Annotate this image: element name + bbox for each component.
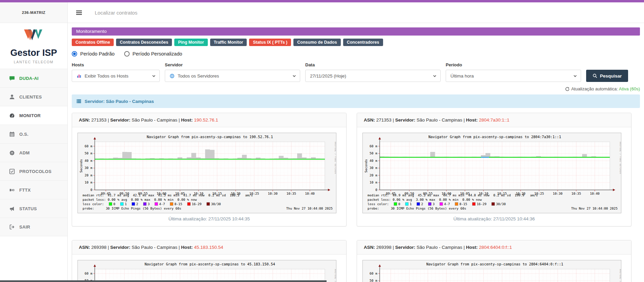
- data-label: Data: [305, 62, 441, 67]
- separator: |: [179, 117, 180, 123]
- user-icon: [9, 94, 15, 100]
- svg-text:8-15: 8-15: [175, 202, 182, 206]
- sidebar-item-adm[interactable]: ADM: [0, 143, 67, 162]
- svg-text:10:30: 10:30: [553, 192, 563, 195]
- svg-text:10:40: 10:40: [590, 192, 600, 195]
- top-navbar: [68, 2, 644, 23]
- sidebar-toggle-button[interactable]: [68, 2, 90, 23]
- monitor-button-ping-monitor[interactable]: Ping Monitor: [174, 39, 207, 46]
- gestor-isp-logo-icon: [21, 27, 46, 46]
- smokeping-graph: 60 m50 m40 m30 m20 m10 m009:4509:5009:55…: [77, 133, 336, 213]
- sidebar-item-clientes[interactable]: CLIENTES: [0, 87, 67, 106]
- monitor-card-header: ASN: 269398 | Servidor: São Paulo - Camp…: [72, 240, 346, 255]
- svg-text:60 m: 60 m: [370, 272, 377, 275]
- gear-icon: [9, 150, 15, 156]
- periodo-filter: Período Última hora: [446, 62, 581, 82]
- periodo-select[interactable]: Última hora: [446, 70, 581, 82]
- sidebar-item-sair[interactable]: SAIR: [0, 218, 67, 236]
- radio-per-odo-personalizado[interactable]: Período Personalizado: [124, 51, 182, 57]
- radio-per-odo-padr-o[interactable]: Período Padrão: [72, 51, 115, 57]
- svg-text:0: 0: [398, 202, 400, 206]
- sidebar-item-label: ADM: [19, 150, 30, 155]
- sidebar-menu: DUDA-AICLIENTESMONITORO.S.ADMPROTOCOLOSF…: [0, 69, 67, 236]
- separator: |: [464, 117, 465, 123]
- svg-text:Navigator Graph from pix-ascen: Navigator Graph from pix-ascenty-sp-camp…: [147, 135, 273, 139]
- svg-text:3: 3: [432, 202, 435, 206]
- svg-text:10:35: 10:35: [286, 192, 296, 195]
- sidebar-item-label: FTTX: [19, 188, 31, 193]
- sidebar-item-protocolos[interactable]: PROTOCOLOS: [0, 162, 67, 180]
- hosts-filter: Hosts Exibir Todos os Hosts: [72, 62, 160, 82]
- svg-text:50 m: 50 m: [370, 279, 377, 282]
- sidebar-item-o-s-[interactable]: O.S.: [0, 125, 67, 143]
- svg-text:16-29: 16-29: [477, 202, 487, 206]
- monitor-button-contratos-offline[interactable]: Contratos Offline: [72, 39, 114, 46]
- chevron-down-icon: [573, 74, 577, 78]
- hosts-select[interactable]: Exibir Todos os Hosts: [72, 70, 160, 82]
- monitor-button-contratos-desconex-es[interactable]: Contratos Desconexões: [116, 39, 172, 46]
- servidor-value: São Paulo - Campinas: [417, 117, 464, 123]
- filters-row: Hosts Exibir Todos os Hosts Servidor: [72, 62, 640, 82]
- sidebar-item-label: CLIENTES: [19, 94, 42, 100]
- asn-value: 269398: [91, 245, 108, 250]
- svg-text:packet loss: 0.06 % avg 3.00: packet loss: 0.06 % avg 3.00 % max 0.00 …: [368, 198, 482, 201]
- auto-refresh-value: Ativa (60s): [619, 86, 640, 91]
- main-content: Monitoramento Contratos OfflineContratos…: [68, 23, 644, 282]
- separator: |: [393, 117, 394, 123]
- svg-text:RRDTOOL / TOBI OETIKER: RRDTOOL / TOBI OETIKER: [619, 142, 621, 174]
- svg-text:30/30: 30/30: [496, 202, 506, 206]
- pesquisar-button[interactable]: Pesquisar: [586, 70, 628, 82]
- svg-text:10:30: 10:30: [268, 192, 278, 195]
- monitor-card: ASN: 271353 | Servidor: São Paulo - Camp…: [357, 113, 631, 226]
- sidebar: 236-MATRIZ Gestor ISP LANTEC TELECOM DUD…: [0, 2, 68, 282]
- sidebar-item-monitor[interactable]: MONITOR: [0, 106, 67, 125]
- brand-subtitle: LANTEC TELECOM: [0, 60, 67, 64]
- monitor-button-traffic-monitor[interactable]: Traffic Monitor: [210, 39, 247, 46]
- monitor-card: ASN: 271353 | Servidor: São Paulo - Camp…: [72, 113, 347, 226]
- servidor-label: Servidor:: [395, 245, 415, 250]
- asn-label: ASN:: [364, 117, 375, 123]
- sidebar-item-label: STATUS: [19, 206, 37, 211]
- svg-text:16-29: 16-29: [192, 202, 202, 206]
- sidebar-item-fttx[interactable]: FTTX: [0, 180, 67, 199]
- servidor-filter: Servidor Todos os Servidores: [165, 62, 300, 82]
- search-input[interactable]: [95, 2, 332, 23]
- svg-text:30/30: 30/30: [211, 202, 221, 206]
- bullhorn-icon: [9, 206, 15, 212]
- servidor-select[interactable]: Todos os Servidores: [165, 70, 300, 82]
- servidor-label: Servidor: [165, 62, 300, 67]
- svg-text:Navigator Graph from pix-ascen: Navigator Graph from pix-ascenty-sp-camp…: [428, 135, 561, 139]
- monitor-button-consumo-de-dados[interactable]: Consumo de Dados: [293, 39, 340, 46]
- sidebar-item-duda-ai[interactable]: DUDA-AI: [0, 69, 67, 87]
- host-value: 45.183.150.54: [194, 245, 223, 250]
- chevron-down-icon: [292, 74, 296, 78]
- monitor-card-body: 60 m50 m40 m30 m20 m10 m009:4509:5009:55…: [357, 127, 631, 226]
- sidebar-item-status[interactable]: STATUS: [0, 199, 67, 218]
- monitor-card: ASN: 269398 | Servidor: São Paulo - Camp…: [72, 240, 347, 282]
- sidebar-item-label: DUDA-AI: [19, 76, 39, 81]
- monitor-nav-buttons: Contratos OfflineContratos DesconexõesPi…: [72, 39, 640, 46]
- monitor-card-header: ASN: 271353 | Servidor: São Paulo - Camp…: [72, 113, 346, 127]
- monitor-card-body: 60 m50 m40 m30 m20 m10 m009:4509:5009:55…: [357, 255, 631, 282]
- svg-text:loss color:: loss color:: [83, 202, 104, 206]
- svg-text:3: 3: [148, 202, 150, 206]
- horizontal-scrollbar[interactable]: [0, 280, 327, 282]
- separator: |: [108, 117, 109, 123]
- svg-text:Navigator Graph from pix-ascen: Navigator Graph from pix-ascenty-sp-camp…: [145, 262, 275, 266]
- periodo-select-value: Última hora: [450, 73, 474, 79]
- svg-text:probe: 30 ICMP Echo Pings: probe: 30 ICMP Echo Pings (56 Bytes) eve…: [83, 207, 181, 210]
- svg-text:probe: 30 ICMP Echo Pings: probe: 30 ICMP Echo Pings (56 Bytes) eve…: [368, 207, 466, 210]
- svg-text:RRDTOOL / TOBI OETIKER: RRDTOOL / TOBI OETIKER: [334, 269, 336, 282]
- svg-text:1: 1: [410, 202, 412, 206]
- servidor-label: Servidor:: [110, 117, 130, 123]
- servidor-value: São Paulo - Campinas: [132, 245, 179, 250]
- data-select[interactable]: 27/11/2025 (Hoje): [305, 70, 441, 82]
- monitor-card-header: ASN: 271353 | Servidor: São Paulo - Camp…: [357, 113, 631, 127]
- svg-text:20 m: 20 m: [85, 173, 92, 177]
- monitor-button-status-ix-ptts-[interactable]: Status IX ( PTTs ): [249, 39, 291, 46]
- monitor-button-concentradores[interactable]: Concentradores: [343, 39, 383, 46]
- svg-text:50 m: 50 m: [370, 151, 377, 155]
- svg-text:60 m: 60 m: [85, 272, 92, 275]
- svg-text:40 m: 40 m: [370, 159, 377, 162]
- plug-icon: [9, 187, 15, 193]
